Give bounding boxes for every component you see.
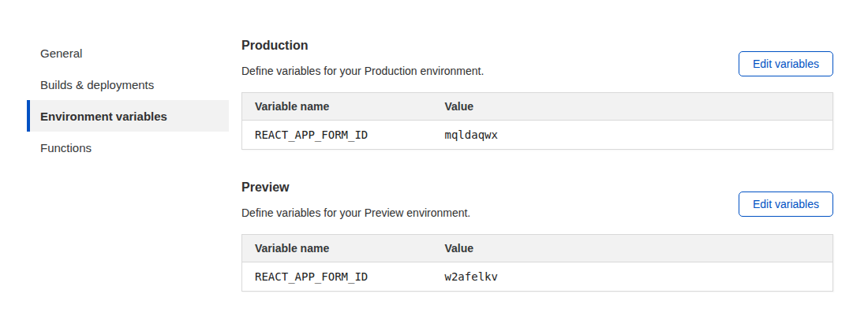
sidebar-item-builds-deployments[interactable]: Builds & deployments: [27, 69, 229, 100]
variable-value-cell: mqldaqwx: [432, 121, 833, 150]
sidebar-item-functions[interactable]: Functions: [27, 132, 229, 163]
variable-name-cell: REACT_APP_FORM_ID: [242, 121, 432, 150]
value-column-header: Value: [432, 93, 833, 121]
production-section: Production Define variables for your Pro…: [241, 37, 833, 150]
preview-section: Preview Define variables for your Previe…: [241, 179, 833, 292]
preview-variables-table: Variable name Value REACT_APP_FORM_ID w2…: [241, 234, 833, 292]
environment-variables-panel: Production Define variables for your Pro…: [241, 37, 833, 292]
preview-edit-variables-button[interactable]: Edit variables: [739, 192, 833, 217]
variable-name-column-header: Variable name: [242, 93, 432, 121]
variable-value-cell: w2afelkv: [432, 262, 833, 292]
settings-sidebar: General Builds & deployments Environment…: [27, 37, 229, 163]
sidebar-item-general[interactable]: General: [27, 37, 229, 69]
table-header-row: Variable name Value: [242, 235, 833, 262]
table-row: REACT_APP_FORM_ID w2afelkv: [242, 262, 833, 292]
variable-name-column-header: Variable name: [242, 235, 432, 262]
variable-name-cell: REACT_APP_FORM_ID: [242, 262, 432, 292]
table-row: REACT_APP_FORM_ID mqldaqwx: [242, 121, 833, 150]
production-edit-variables-button[interactable]: Edit variables: [739, 51, 833, 76]
sidebar-item-environment-variables[interactable]: Environment variables: [27, 100, 229, 132]
table-header-row: Variable name Value: [242, 93, 833, 121]
value-column-header: Value: [432, 235, 833, 262]
production-variables-table: Variable name Value REACT_APP_FORM_ID mq…: [241, 92, 833, 150]
